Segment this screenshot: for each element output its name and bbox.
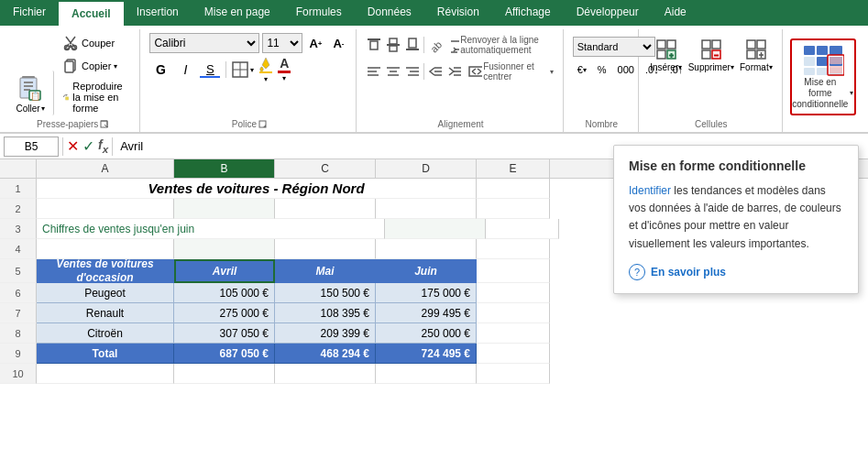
cell-B9[interactable]: 687 050 € (174, 344, 275, 364)
cell-C8[interactable]: 209 399 € (275, 323, 376, 344)
increase-indent-button[interactable] (446, 61, 463, 82)
tab-accueil[interactable]: Accueil (59, 0, 124, 26)
mettre-sous-forme-tableau-button[interactable]: Mettre sous formede tableau▾ (860, 44, 868, 115)
tab-insertion[interactable]: Insertion (124, 0, 192, 26)
insert-function-icon[interactable]: fx (98, 138, 108, 154)
tooltip-body-highlighted: Identifier (629, 184, 671, 197)
supprimer-button[interactable]: Supprimer▾ (688, 37, 734, 72)
tab-formules[interactable]: Formules (283, 0, 355, 26)
cell-C9[interactable]: 468 294 € (275, 344, 376, 364)
cell-B2[interactable] (174, 199, 275, 219)
tab-affichage[interactable]: Affichage (492, 0, 564, 26)
align-bottom-button[interactable] (404, 35, 421, 55)
cell-C10[interactable] (275, 364, 376, 384)
cell-E2[interactable] (477, 199, 550, 219)
cell-C4[interactable] (275, 239, 376, 259)
wrap-text-button[interactable]: Renvoyer à la ligne automatiquement (446, 33, 555, 57)
cell-A3[interactable]: Chiffres de ventes jusqu'en juin (37, 219, 385, 239)
cell-C5[interactable]: Mai (275, 259, 376, 283)
tab-donnees[interactable]: Données (355, 0, 424, 26)
cell-A10[interactable] (37, 364, 174, 384)
tab-revision[interactable]: Révision (424, 0, 492, 26)
cell-ref-input[interactable] (4, 137, 59, 157)
cell-A7[interactable]: Renault (37, 303, 174, 323)
font-size-select[interactable]: 11 (262, 33, 302, 53)
cell-B6[interactable]: 105 000 € (174, 283, 275, 303)
cell-B4[interactable] (174, 239, 275, 259)
cell-B7[interactable]: 275 000 € (174, 303, 275, 323)
align-center-button[interactable] (385, 61, 401, 82)
bold-button[interactable]: G (149, 60, 171, 80)
fill-color-button[interactable]: ▾ (257, 56, 275, 83)
tab-developpeur[interactable]: Développeur (564, 0, 652, 26)
cell-A9[interactable]: Total (37, 344, 174, 364)
cell-C7[interactable]: 108 395 € (275, 303, 376, 323)
tooltip-learn-more-link[interactable]: ? En savoir plus (629, 264, 843, 280)
reproduire-button[interactable]: Reproduire la mise en forme (60, 79, 134, 115)
decrease-indent-button[interactable] (427, 61, 444, 82)
font-color-button[interactable]: A ▾ (278, 57, 291, 82)
cell-D8[interactable]: 250 000 € (376, 323, 477, 344)
col-header-E[interactable]: E (477, 159, 550, 178)
tab-fichier[interactable]: Fichier (0, 0, 59, 26)
cell-E10[interactable] (477, 364, 550, 384)
cell-D2[interactable] (376, 199, 477, 219)
copier-button[interactable]: Copier ▾ (60, 56, 134, 76)
cell-C6[interactable]: 150 500 € (275, 283, 376, 303)
col-header-D[interactable]: D (376, 159, 477, 178)
percent-button[interactable]: % (593, 61, 611, 78)
couper-button[interactable]: Couper (60, 33, 134, 53)
italic-button[interactable]: I (174, 60, 196, 80)
cell-D7[interactable]: 299 495 € (376, 303, 477, 323)
thousands-button[interactable]: 000 (613, 61, 639, 78)
coller-button[interactable]: 📋 Coller ▾ (11, 71, 54, 115)
cell-E6[interactable] (477, 283, 550, 303)
cell-A6[interactable]: Peugeot (37, 283, 174, 303)
confirm-formula-icon[interactable]: ✓ (82, 139, 94, 154)
cell-E7[interactable] (477, 303, 550, 323)
cell-B5[interactable]: Avril (174, 259, 275, 283)
cell-E4[interactable] (477, 239, 550, 259)
increase-font-button[interactable]: A+ (305, 33, 325, 53)
underline-button[interactable]: S (199, 60, 221, 80)
cell-E3[interactable] (486, 219, 559, 239)
format-button[interactable]: Format▾ (738, 37, 775, 72)
cell-E9[interactable] (477, 344, 550, 364)
align-right-button[interactable] (404, 61, 421, 82)
cell-D4[interactable] (376, 239, 477, 259)
cell-A4[interactable] (37, 239, 174, 259)
cancel-formula-icon[interactable]: ✕ (67, 139, 79, 154)
cell-D6[interactable]: 175 000 € (376, 283, 477, 303)
col-header-A[interactable]: A (37, 159, 174, 178)
align-middle-button[interactable] (385, 35, 401, 55)
cell-B10[interactable] (174, 364, 275, 384)
currency-button[interactable]: €▾ (573, 61, 591, 78)
mise-en-forme-conditionnelle-button[interactable]: Mise en formeconditionnelle▾ (790, 38, 856, 115)
cell-D5[interactable]: Juin (376, 259, 477, 283)
cell-B3[interactable] (385, 219, 486, 239)
merge-button[interactable]: Fusionner et centrer ▾ (466, 60, 555, 83)
font-name-select[interactable]: Calibri (149, 33, 259, 53)
cell-E1[interactable] (477, 179, 550, 199)
border-button[interactable]: ▾ (231, 60, 254, 79)
tab-aide[interactable]: Aide (652, 0, 699, 26)
tab-mise-en-page[interactable]: Mise en page (192, 0, 283, 26)
align-left-button[interactable] (366, 61, 382, 82)
decrease-font-button[interactable]: A- (328, 33, 348, 53)
cell-E8[interactable] (477, 323, 550, 344)
cell-A2[interactable] (37, 199, 174, 219)
orientation-button[interactable]: ab (427, 35, 444, 55)
cell-C2[interactable] (275, 199, 376, 219)
inserer-button[interactable]: Insérer▾ (648, 37, 685, 72)
cell-D9[interactable]: 724 495 € (376, 344, 477, 364)
align-top-button[interactable] (366, 35, 382, 55)
cell-B8[interactable]: 307 050 € (174, 323, 275, 344)
cell-E5[interactable] (477, 259, 550, 283)
cell-A1[interactable]: Ventes de voitures - Région Nord (37, 179, 477, 199)
cell-A8[interactable]: Citroën (37, 323, 174, 344)
cell-A5[interactable]: Ventes de voitures d'occasion (37, 259, 174, 283)
col-header-C[interactable]: C (275, 159, 376, 178)
cell-D10[interactable] (376, 364, 477, 384)
col-header-B[interactable]: B (174, 159, 275, 178)
learn-more-label[interactable]: En savoir plus (651, 266, 726, 279)
